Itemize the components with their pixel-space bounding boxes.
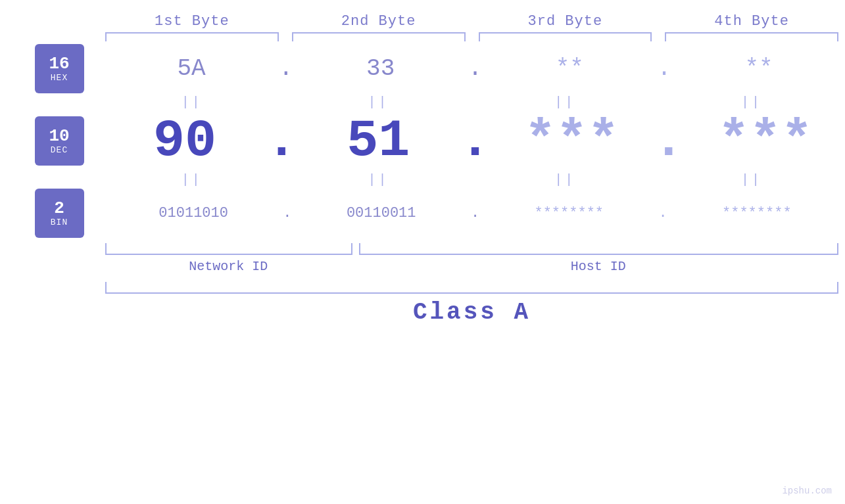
- bin-byte1-value: 01011010: [158, 205, 228, 221]
- hex-row: 16 HEX 5A . 33 . ** . **: [0, 44, 845, 93]
- bin-dot1: .: [283, 205, 291, 221]
- full-bracket: [105, 282, 838, 294]
- dec-dot1: .: [266, 111, 297, 171]
- id-label-row: Network ID Host ID: [0, 259, 845, 274]
- bin-byte2-value: 00110011: [347, 205, 416, 221]
- eq2-byte3: ||: [472, 172, 659, 187]
- bin-values: 01011010 . 00110011 . ******** . *******…: [105, 205, 845, 221]
- bracket-1: [105, 32, 279, 44]
- bin-byte3-value: ********: [534, 205, 604, 221]
- eq2-byte2: ||: [285, 172, 472, 187]
- eq1-byte3: ||: [472, 95, 659, 110]
- eq2-byte1: ||: [99, 172, 285, 187]
- bracket-3: [479, 32, 652, 44]
- class-label: Class A: [413, 299, 531, 326]
- dec-label: 10 DEC: [20, 116, 99, 166]
- hex-base-text: HEX: [51, 73, 68, 83]
- eq2-byte4: ||: [658, 172, 845, 187]
- bottom-bracket-row: [0, 243, 845, 255]
- equals-row-2: || || || ||: [0, 172, 845, 187]
- hex-base-number: 16: [49, 55, 69, 74]
- dec-byte3-value: ***: [525, 111, 619, 171]
- host-id-label: Host ID: [358, 259, 838, 274]
- class-row: Class A: [0, 299, 845, 326]
- bin-byte1-cell: 01011010: [105, 205, 281, 221]
- hex-byte1-cell: 5A: [105, 55, 278, 82]
- dec-byte3-cell: ***: [493, 111, 652, 171]
- dec-byte2-cell: 51: [299, 111, 458, 171]
- eq1-byte4: ||: [658, 95, 845, 110]
- main-container: 1st Byte 2nd Byte 3rd Byte 4th Byte 16 H…: [0, 0, 845, 504]
- bin-byte2-cell: 00110011: [293, 205, 470, 221]
- equals-row-1: || || || ||: [0, 95, 845, 110]
- host-id-bracket: [359, 243, 838, 255]
- dec-row: 10 DEC 90 . 51 . *** . ***: [0, 111, 845, 171]
- hex-dot3: .: [657, 55, 671, 82]
- dec-values: 90 . 51 . *** . ***: [105, 111, 845, 171]
- bin-label-box: 2 BIN: [35, 189, 84, 238]
- byte3-header: 3rd Byte: [472, 13, 659, 30]
- hex-byte3-value: **: [556, 55, 584, 82]
- hex-byte4-value: **: [744, 55, 773, 82]
- bin-byte4-value: ********: [722, 205, 792, 221]
- hex-byte4-cell: **: [673, 55, 845, 82]
- bin-base-number: 2: [54, 199, 64, 218]
- eq1-byte1: ||: [99, 95, 285, 110]
- byte4-header: 4th Byte: [658, 13, 845, 30]
- bin-dot2: .: [471, 205, 479, 221]
- network-id-bracket: [105, 243, 352, 255]
- dec-dot3: .: [653, 111, 685, 171]
- bin-dot3: .: [658, 205, 667, 221]
- full-bracket-row: [0, 282, 845, 294]
- hex-label-box: 16 HEX: [35, 44, 84, 93]
- dec-byte2-value: 51: [347, 111, 410, 171]
- bracket-4: [665, 32, 838, 44]
- dec-dot2: .: [459, 111, 491, 171]
- dec-byte1-cell: 90: [105, 111, 264, 171]
- dec-base-number: 10: [49, 127, 69, 146]
- hex-dot2: .: [468, 55, 483, 82]
- byte1-header: 1st Byte: [99, 13, 285, 30]
- network-id-label: Network ID: [105, 259, 351, 274]
- byte-headers: 1st Byte 2nd Byte 3rd Byte 4th Byte: [0, 13, 845, 30]
- bin-byte3-cell: ********: [481, 205, 657, 221]
- bin-base-text: BIN: [51, 218, 68, 227]
- hex-byte2-cell: 33: [295, 55, 467, 82]
- bin-byte4-cell: ********: [669, 205, 845, 221]
- hex-values: 5A . 33 . ** . **: [105, 55, 845, 82]
- top-brackets: [0, 32, 845, 44]
- hex-byte3-cell: **: [483, 55, 656, 82]
- hex-byte1-value: 5A: [177, 55, 205, 82]
- dec-byte4-value: ***: [718, 111, 813, 171]
- hex-byte2-value: 33: [366, 55, 395, 82]
- dec-byte4-cell: ***: [686, 111, 845, 171]
- watermark: ipshu.com: [782, 486, 832, 496]
- dec-base-text: DEC: [51, 145, 68, 155]
- byte2-header: 2nd Byte: [285, 13, 472, 30]
- hex-dot1: .: [279, 55, 293, 82]
- bin-label: 2 BIN: [20, 189, 99, 238]
- hex-label: 16 HEX: [20, 44, 99, 93]
- dec-label-box: 10 DEC: [35, 116, 84, 166]
- bracket-2: [292, 32, 466, 44]
- dec-byte1-value: 90: [153, 111, 216, 171]
- bin-row: 2 BIN 01011010 . 00110011 . ******** . *…: [0, 189, 845, 238]
- eq1-byte2: ||: [285, 95, 472, 110]
